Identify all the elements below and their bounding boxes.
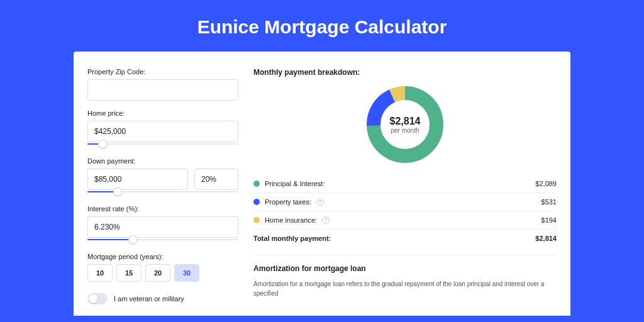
interest-label: Interest rate (%): [87, 205, 238, 213]
total-label: Total monthly payment: [253, 235, 331, 242]
amortization-section: Amortization for mortgage loan Amortizat… [253, 255, 557, 298]
veteran-toggle[interactable] [87, 293, 108, 304]
period-field: Mortgage period (years): 10 15 20 30 [87, 253, 238, 282]
info-icon[interactable]: ? [322, 216, 330, 224]
interest-slider[interactable] [87, 236, 238, 244]
period-label: Mortgage period (years): [87, 253, 238, 260]
legend-label: Principal & Interest: [265, 180, 325, 187]
amortization-title: Amortization for mortgage loan [253, 264, 557, 273]
calculator-card: Property Zip Code: Home price: Down paym… [74, 52, 570, 316]
home-price-label: Home price: [87, 109, 238, 117]
dot-icon [253, 217, 260, 223]
period-btn-10[interactable]: 10 [87, 264, 113, 282]
legend-row-total: Total monthly payment: $2,814 [253, 229, 557, 247]
slider-thumb[interactable] [128, 235, 137, 244]
donut-sub: per month [391, 127, 419, 134]
slider-thumb[interactable] [113, 187, 122, 196]
interest-input[interactable] [87, 216, 238, 238]
legend-label: Home insurance: [265, 216, 317, 224]
slider-thumb[interactable] [98, 140, 107, 148]
dot-icon [253, 199, 260, 205]
period-btn-15[interactable]: 15 [116, 264, 142, 282]
down-payment-slider[interactable] [87, 189, 238, 196]
info-icon[interactable]: ? [316, 198, 324, 206]
legend-label: Property taxes: [265, 198, 311, 206]
down-payment-pct-input[interactable] [194, 169, 238, 190]
breakdown-column: Monthly payment breakdown: $2,814 per mo… [253, 68, 557, 316]
legend-row-insurance: Home insurance: ? $194 [253, 211, 557, 229]
legend-row-taxes: Property taxes: ? $531 [253, 192, 557, 211]
interest-field: Interest rate (%): [87, 205, 238, 244]
period-buttons: 10 15 20 30 [87, 264, 238, 282]
legend-value: $2,089 [535, 180, 557, 187]
veteran-row: I am veteran or military [87, 293, 238, 304]
donut-value: $2,814 [390, 116, 421, 127]
legend-value: $194 [541, 216, 557, 224]
form-column: Property Zip Code: Home price: Down paym… [87, 68, 238, 316]
period-btn-30[interactable]: 30 [174, 264, 199, 282]
down-payment-label: Down payment: [87, 157, 238, 165]
down-payment-input[interactable] [87, 169, 188, 190]
home-price-input[interactable] [87, 121, 238, 142]
home-price-field: Home price: [87, 109, 238, 148]
breakdown-title: Monthly payment breakdown: [253, 68, 557, 77]
down-payment-field: Down payment: [87, 157, 238, 196]
veteran-label: I am veteran or military [114, 295, 184, 303]
zip-label: Property Zip Code: [87, 68, 238, 75]
zip-field: Property Zip Code: [87, 68, 238, 101]
amortization-text: Amortization for a mortgage loan refers … [253, 279, 557, 298]
legend-value: $531 [541, 198, 557, 206]
total-value: $2,814 [535, 235, 557, 242]
page-title: Eunice Mortgage Calculator [0, 0, 644, 52]
home-price-slider[interactable] [87, 141, 238, 148]
zip-input[interactable] [87, 79, 238, 101]
legend-row-principal: Principal & Interest: $2,089 [253, 175, 557, 192]
dot-icon [253, 180, 260, 187]
period-btn-20[interactable]: 20 [145, 264, 170, 282]
donut-chart: $2,814 per month [366, 86, 444, 164]
